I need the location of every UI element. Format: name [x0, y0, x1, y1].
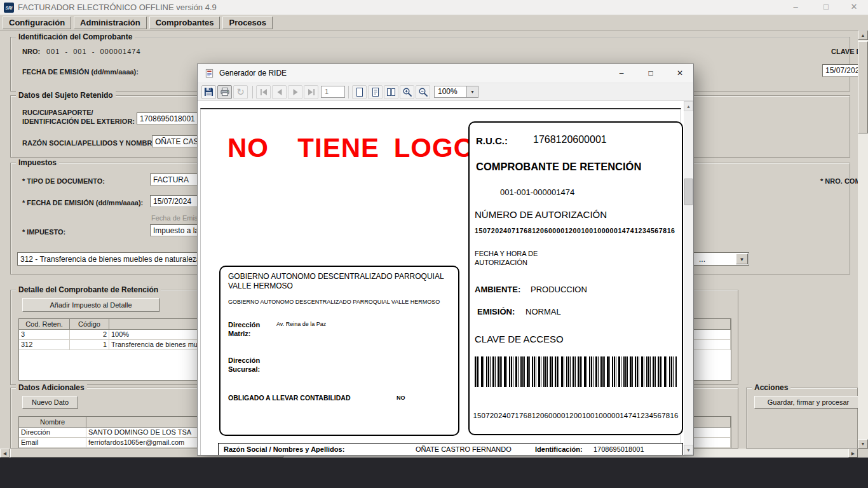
ambiente-value: PRODUCCION — [531, 285, 587, 294]
sri-app-icon: SRI — [4, 3, 14, 13]
fecha-autorizacion-label-2: AUTORIZACIÓN — [475, 259, 527, 266]
preview-scrollbar: ▲ ▼ — [684, 101, 693, 455]
codigo-retencion-value: 312 - Transferencia de bienes muebles de… — [20, 255, 214, 264]
emision-value: NORMAL — [526, 307, 561, 316]
direccion-matriz-label-2: Matriz: — [228, 330, 250, 337]
tipo-documento-label: * TIPO DE DOCUMENTO: — [22, 177, 105, 185]
fecha-emision-right-field[interactable]: 15/07/2024 — [822, 64, 858, 77]
detalle-cell: 1 — [70, 340, 109, 349]
menu-comprobantes[interactable]: Comprobantes — [149, 17, 220, 29]
zoom-in-button[interactable] — [400, 85, 414, 99]
clave-acceso-label: CLAVE DE A — [831, 48, 858, 55]
nro-value: 001 - 001 - 000001474 — [46, 48, 141, 55]
emitter-razon-social: GOBIERNO AUTONOMO DESCENTRALIZADO PARROQ… — [228, 272, 447, 291]
minimize-button[interactable]: – — [782, 0, 810, 15]
main-vertical-scrollbar: ▲ ▼ — [858, 30, 868, 449]
nuevo-dato-button[interactable]: Nuevo Dato — [22, 396, 78, 409]
footer-id-value: 1708695018001 — [593, 445, 644, 453]
no-logo-text: NO TIENE LOGO — [227, 133, 475, 163]
ride-dialog-titlebar: Generador de RIDE – □ ✕ — [198, 64, 693, 83]
vertical-scroll-thumb[interactable] — [858, 41, 868, 133]
ride-dialog-icon — [205, 69, 214, 81]
fecha-emision-imp-label: * FECHA DE EMISIÓN (dd/mm/aaaa): — [22, 199, 143, 207]
scroll-up-icon[interactable]: ▲ — [858, 30, 868, 40]
previous-page-button[interactable] — [272, 85, 287, 99]
anadir-impuesto-button[interactable]: Añadir Impuesto al Detalle — [22, 298, 159, 312]
detalle-cell: 312 — [19, 340, 70, 349]
next-page-button[interactable] — [288, 85, 302, 99]
ruc-doc-label: R.U.C.: — [476, 135, 508, 146]
footer-id-label: Identificación: — [535, 445, 583, 453]
dialog-maximize-button[interactable]: □ — [637, 64, 665, 83]
layout-text-view-icon[interactable] — [368, 85, 383, 99]
ride-dialog-title: Generador de RIDE — [219, 64, 287, 83]
save-report-button[interactable] — [201, 85, 216, 99]
contabilidad-label: OBLIGADO A LLEVAR CONTABILIDAD — [228, 394, 351, 402]
scroll-left-icon[interactable]: ◀ — [0, 449, 10, 458]
zoom-dropdown-arrow-icon[interactable]: ▼ — [467, 86, 478, 98]
detalle-header-codigo: Código — [70, 319, 109, 329]
group-acciones-legend: Acciones — [752, 383, 790, 392]
fecha-emision-label: FECHA DE EMISIÓN (dd/mm/aaaa): — [22, 68, 139, 76]
print-button[interactable] — [217, 85, 232, 99]
zoom-level-input[interactable]: 100% — [434, 86, 467, 98]
direccion-matriz-value: Av. Reina de la Paz — [276, 321, 326, 327]
toolbar-separator — [252, 86, 253, 98]
direccion-matriz-label-1: Dirección — [228, 321, 260, 329]
last-page-button[interactable] — [304, 85, 318, 99]
preview-scroll-up-icon[interactable]: ▲ — [684, 101, 693, 111]
codigo-retencion-dropdown-arrow-icon[interactable]: ▼ — [736, 254, 748, 264]
clave-acceso-doc-label: CLAVE DE ACCESO — [475, 334, 564, 344]
menubar: Configuración Administración Comprobante… — [0, 15, 868, 30]
dialog-minimize-button[interactable]: – — [607, 64, 635, 83]
refresh-button[interactable]: ↻ — [233, 85, 248, 99]
screen: SRI FACTURADOR ELECTRÓNICO OFFLINE versi… — [0, 0, 868, 488]
ride-dialog-window: Generador de RIDE – □ ✕ ↻ — [197, 64, 694, 456]
taskbar: 1 24°C Mayorm. nublado Búsqueda T X — [0, 458, 868, 488]
contabilidad-value: NO — [397, 395, 405, 401]
preview-scroll-down-icon[interactable]: ▼ — [684, 445, 693, 455]
group-detalle-legend: Detalle del Comprobante de Retención — [16, 285, 161, 294]
detalle-header-cod-reten: Cod. Reten. — [19, 319, 70, 329]
nro-comprobante-label: * NRO. COMPROB — [820, 177, 858, 185]
page-number-input[interactable]: 1 — [321, 86, 345, 98]
menu-configuracion[interactable]: Configuración — [3, 17, 71, 29]
ambiente-label: AMBIENTE: — [475, 285, 520, 294]
razon-social-label: RAZÓN SOCIAL/APELLIDOS Y NOMBRES: — [22, 139, 164, 147]
first-page-button[interactable] — [256, 85, 271, 99]
scroll-right-icon[interactable]: ▶ — [848, 449, 858, 458]
preview-scroll-thumb[interactable] — [684, 179, 693, 205]
group-impuestos-legend: Impuestos — [16, 158, 59, 167]
numero-autorizacion-value: 1507202407176812060000120010010000014741… — [475, 227, 675, 234]
guardar-firmar-procesar-button[interactable]: Guardar, firmar y procesar — [754, 396, 858, 409]
close-button[interactable]: ✕ — [840, 0, 868, 15]
scrollbar-corner — [858, 449, 868, 458]
dialog-close-button[interactable]: ✕ — [666, 64, 694, 83]
fecha-autorizacion-label-1: FECHA Y HORA DE — [475, 250, 538, 257]
menu-procesos[interactable]: Procesos — [222, 17, 273, 29]
detalle-cell: 3 — [19, 330, 70, 339]
emision-label: EMISIÓN: — [477, 307, 515, 316]
toolbar-separator — [348, 86, 349, 98]
ruc-label-line2: IDENTIFICACIÓN DEL EXTERIOR: — [22, 118, 135, 125]
menu-administracion[interactable]: Administración — [74, 17, 147, 29]
group-sujeto-legend: Datos del Sujeto Retenido — [16, 91, 116, 100]
footer-razon-value: OÑATE CASTRO FERNANDO — [416, 445, 512, 453]
adicionales-cell: Email — [19, 438, 86, 447]
footer-razon-label: Razón Social / Nombres y Apellidos: — [224, 445, 344, 453]
comprobante-numero: 001-001-000001474 — [500, 187, 574, 197]
ride-toolbar: ↻ 1 — [198, 83, 693, 101]
direccion-sucursal-label-1: Dirección — [228, 356, 260, 364]
numero-autorizacion-label: NÚMERO DE AUTORIZACIÓN — [475, 209, 607, 220]
window-title: FACTURADOR ELECTRÓNICO OFFLINE versión 4… — [18, 0, 217, 15]
layout-single-page-icon[interactable] — [352, 85, 367, 99]
zoom-out-button[interactable] — [416, 85, 430, 99]
barcode — [475, 356, 677, 387]
adicionales-header-nombre: Nombre — [19, 417, 86, 427]
group-identificacion-legend: Identificación del Comprobante — [16, 32, 135, 41]
nro-label: NRO: — [22, 48, 40, 55]
facturador-titlebar: SRI FACTURADOR ELECTRÓNICO OFFLINE versi… — [0, 0, 868, 15]
layout-facing-pages-icon[interactable] — [384, 85, 398, 99]
maximize-button[interactable]: □ — [812, 0, 840, 15]
scroll-down-icon[interactable]: ▼ — [858, 439, 868, 449]
